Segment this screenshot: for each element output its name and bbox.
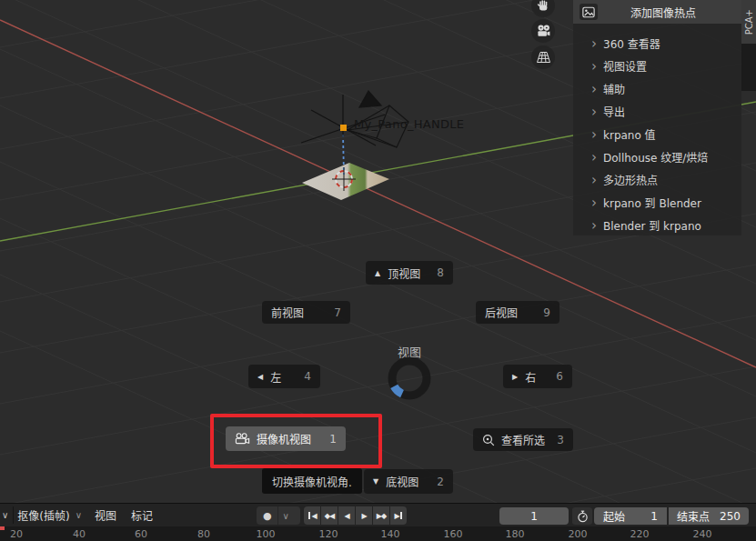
hotkey-badge: 6 [556,370,563,383]
menu-marker[interactable]: 标记 [131,507,153,523]
hotkey-badge: 8 [437,266,444,279]
timeline-editor: ∨ 抠像(插帧) ∨ 视图 标记 ● ∨ ◀ ◆◀ ◀ ▶ ▶◆ ▶ 1 [0,503,756,541]
record-icon[interactable]: ● [263,510,272,522]
triangle-left-icon: ◀ [257,373,263,381]
bar-icon [400,512,402,519]
sidebar-item-blender-to-krpano[interactable]: › Blender 到 krpano [573,214,741,236]
sidebar-item-export[interactable]: › 导出 [573,100,741,123]
stopwatch-icon [577,510,589,523]
play-reverse-button[interactable]: ◀ [338,506,355,525]
sidebar-item-360-viewer[interactable]: › 360 查看器 [573,32,741,55]
chevron-right-icon: › [591,172,603,188]
pie-button-bottom-view[interactable]: ▼ 底视图 2 [364,469,453,494]
next-keyframe-button[interactable]: ▶◆ [373,506,389,525]
playhead-marker[interactable] [0,526,5,530]
triangle-right-icon: ▶ [512,373,518,381]
timeline-ruler[interactable]: 20 40 60 80 100 120 140 160 180 200 220 … [0,526,756,541]
editor-type-chevron-icon[interactable]: ∨ [2,510,8,520]
keying-mode-dropdown[interactable]: 抠像(插帧) [17,507,69,523]
movie-camera-icon [536,24,551,38]
add-image-hotspot-label: 添加图像热点 [598,5,741,20]
chevron-right-icon: › [591,217,603,234]
pano-image-plane[interactable] [302,163,389,200]
play-button[interactable]: ▶ [356,506,372,525]
prev-keyframe-button[interactable]: ◆◀ [321,506,338,525]
camera-view-button[interactable] [531,19,555,43]
pie-button-front-view[interactable]: 前视图 7 [262,301,350,324]
triangle-up-icon: ▲ [375,269,380,277]
sidebar-tab-strip [741,44,756,91]
hotkey-badge: 9 [543,306,550,319]
sidebar-item-polygon-hotspot[interactable]: › 多边形热点 [573,168,741,191]
chevron-right-icon: › [591,81,603,97]
ruler-tick: 80 [197,528,210,540]
chevron-right-icon: › [591,58,603,75]
ruler-tick: 40 [73,528,86,540]
triangle-down-icon: ▼ [373,477,378,486]
ruler-tick: 100 [257,528,276,540]
pie-direction-indicator [394,386,402,394]
zoom-selected-icon [482,434,495,446]
playback-controls: ◀ ◆◀ ◀ ▶ ▶◆ ▶ [304,506,407,525]
current-frame-field[interactable]: 1 [499,507,569,525]
krpano-sidebar-panel: 添加图像热点 › 360 查看器 › 视图设置 › 辅助 › 导出 › krpa… [573,0,741,235]
jump-to-start-button[interactable]: ◀ [304,506,320,525]
hotkey-badge: 2 [437,476,444,488]
pie-button-left-view[interactable]: ◀ 左 4 [248,365,320,388]
chevron-down-icon[interactable]: ∨ [76,510,82,520]
grid-view-button[interactable] [531,45,555,69]
menu-view[interactable]: 视图 [95,507,116,523]
chevron-right-icon: › [591,35,603,52]
jump-to-end-button[interactable]: ▶ [390,506,407,525]
chevron-right-icon: › [591,126,603,143]
ruler-tick: 200 [569,528,588,540]
object-name-label: My_Pano_HANDLE [354,117,464,131]
hand-icon [536,0,550,13]
hotkey-badge: 3 [557,434,564,446]
origin-handle-dot[interactable] [340,125,347,131]
chevron-down-icon[interactable]: ∨ [283,511,289,521]
pie-button-right-view[interactable]: ▶ 右 6 [503,365,572,388]
sidebar-tab-pca[interactable]: PCA+ [741,0,756,44]
grid-floor-icon [536,51,551,64]
ruler-tick: 180 [506,528,525,540]
ruler-tick: 20 [10,528,23,540]
blender-window: My_Pano_HANDLE [0,0,756,541]
sidebar-item-krpano-to-blender[interactable]: › krpano 到 Blender [573,191,741,214]
ruler-tick: 240 [693,528,712,540]
chevron-right-icon: › [591,149,603,165]
ruler-tick: 160 [444,528,463,540]
frame-start-field[interactable]: 起始 1 [594,507,667,525]
use-preview-range-button[interactable] [572,507,592,525]
chevron-right-icon: › [591,104,603,120]
pie-button-top-view[interactable]: ▲ 顶视图 8 [366,261,453,285]
sidebar-item-view-settings[interactable]: › 视图设置 [573,55,741,77]
ruler-tick: 120 [319,528,338,540]
hotkey-badge: 7 [334,306,341,319]
divider [13,506,14,524]
hotkey-badge: 4 [304,370,311,383]
ruler-tick: 60 [135,528,147,540]
sidebar-item-krpano-values[interactable]: › krpano 值 [573,123,741,145]
chevron-right-icon: › [591,195,603,211]
pie-button-back-view[interactable]: 后视图 9 [476,301,559,324]
sidebar-item-assist[interactable]: › 辅助 [573,77,741,100]
pie-button-view-selected[interactable]: 查看所选 3 [473,428,573,451]
divider [277,506,278,525]
annotation-highlight-rectangle [210,414,382,468]
ruler-tick: 220 [630,528,650,540]
frame-end-field[interactable]: 结束点 250 [669,507,749,525]
ruler-tick: 140 [381,528,400,540]
add-image-hotspot-button[interactable]: 添加图像热点 [573,0,741,24]
camera-view-tooltip: 切换摄像机视角. [262,468,362,494]
pie-menu-wheel [384,353,435,404]
image-icon [580,4,598,20]
auto-keying-group: ● ∨ [257,506,300,525]
sidebar-item-dollhouse[interactable]: › Dollhouse 纹理/烘焙 [573,145,741,168]
bar-icon [308,512,310,519]
